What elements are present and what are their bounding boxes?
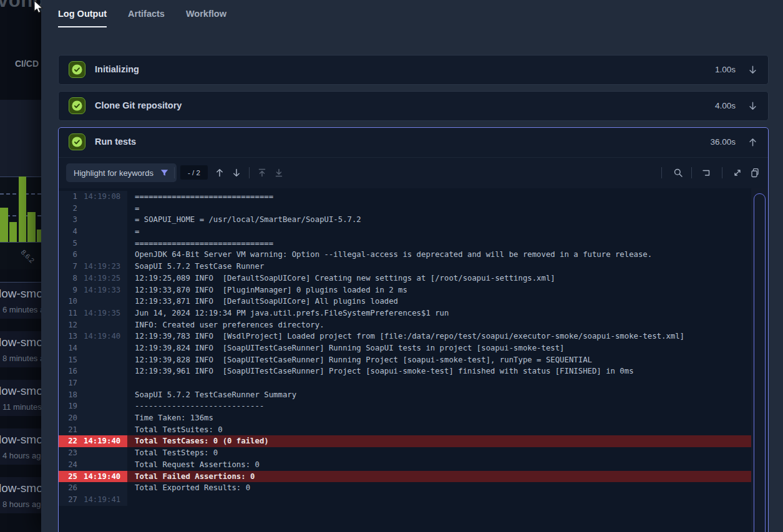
line-text: Total Failed Assertions: 0 [127,471,751,483]
log-line[interactable]: 25 14:19:40 Total Failed Assertions: 0 [59,471,751,483]
log-line[interactable]: 18 SoapUI 5.7.2 TestCaseRunner Summary [59,389,751,401]
execution-name: low-smok [0,481,41,495]
log-line[interactable]: 19 ---------------------------- [59,400,751,412]
line-text: = [127,226,751,238]
line-number: 12 [59,319,77,331]
log-line[interactable]: 17 [59,377,751,389]
line-timestamp [77,424,127,436]
background-page: vonq CI/CD 8.6.2 low-smok 6 minutes ago … [0,0,41,532]
line-timestamp [77,296,127,307]
search-icon[interactable] [673,168,683,178]
log-line[interactable]: 12 INFO: Created user preferences direct… [59,319,751,331]
log-viewer: 1 14:19:08 =============================… [59,188,768,532]
next-match-arrow-down-icon[interactable] [231,168,241,178]
toolbar-divider [661,167,662,178]
chart-bar [0,208,8,242]
log-line[interactable]: 15 12:19:39,828 INFO [SoapUITestCaseRunn… [59,354,751,366]
execution-time: 8 minutes ago [2,354,41,363]
log-line[interactable]: 3 = SOAPUI_HOME = /usr/local/SmartBear/S… [59,214,751,226]
stage-card-run-tests: Run tests 36.00s Highlight for keywords … [58,127,769,532]
line-timestamp: 14:19:08 [77,191,127,203]
toolbar-divider [174,167,175,178]
prev-match-arrow-up-icon[interactable] [215,168,225,178]
copy-icon[interactable] [750,168,760,178]
log-scrollbar-track[interactable] [751,188,768,532]
log-line[interactable]: 5 ============================== [59,238,751,249]
log-line[interactable]: 14 12:19:39,824 INFO [SoapUITestCaseRunn… [59,342,751,354]
nav-label-cicd[interactable]: CI/CD [0,59,39,69]
stage-header-run-tests[interactable]: Run tests 36.00s [59,128,768,158]
line-text: INFO: Created user preferences directory… [127,319,751,331]
execution-time: 8 hours ago [2,500,41,509]
log-line[interactable]: 24 Total Request Assertions: 0 [59,459,751,471]
line-number: 1 [59,191,77,203]
line-text: ============================== [127,238,751,249]
toolbar-divider [249,167,250,178]
stage-duration: 1.00s [715,65,736,74]
tab-artifacts[interactable]: Artifacts [128,9,165,27]
execution-list-item[interactable]: low-smok 8 hours ago [0,477,41,513]
expand-fullscreen-icon[interactable] [732,168,742,178]
stage-card-initializing[interactable]: Initializing 1.00s [58,55,769,85]
execution-list-item[interactable]: low-smok 8 minutes ago [0,331,41,367]
line-text: Total TestSteps: 0 [127,447,751,459]
log-line[interactable]: 23 Total TestSteps: 0 [59,447,751,459]
log-toolbar: Highlight for keywords - / 2 [59,158,768,188]
log-line[interactable]: 26 Total Exported Results: 0 [59,482,751,494]
execution-time: 6 minutes ago [2,305,41,314]
log-line[interactable]: 22 14:19:40 Total TestCases: 0 (0 failed… [59,435,751,447]
line-text: 12:19:39,783 INFO [WsdlProject] Loaded p… [127,331,751,342]
line-number: 13 [59,331,77,342]
log-line[interactable]: 7 14:19:23 SoapUI 5.7.2 TestCase Runner [59,261,751,273]
jump-to-top-icon[interactable] [257,168,267,178]
line-number: 2 [59,203,77,215]
line-text: ============================== [127,191,751,203]
log-line[interactable]: 11 14:19:35 Jun 14, 2024 12:19:34 PM jav… [59,307,751,319]
stage-card-clone-git[interactable]: Clone Git repository 4.00s [58,91,769,121]
line-timestamp: 14:19:33 [77,284,127,296]
log-line[interactable]: 8 14:19:25 12:19:25,089 INFO [DefaultSoa… [59,273,751,284]
log-line[interactable]: 4 = [59,226,751,238]
line-timestamp: 14:19:35 [77,307,127,319]
executions-bar-chart: 8.6.2 [0,100,41,269]
line-text: Total Request Assertions: 0 [127,459,751,471]
log-line[interactable]: 13 14:19:40 12:19:39,783 INFO [WsdlProje… [59,331,751,342]
jump-to-bottom-icon[interactable] [274,168,284,178]
chevron-down-icon[interactable] [747,100,758,112]
execution-list-item[interactable]: low-smok 6 minutes ago [0,283,41,319]
log-line[interactable]: 2 = [59,203,751,215]
log-line[interactable]: 9 14:19:33 12:19:33,870 INFO [PluginMana… [59,284,751,296]
tab-workflow[interactable]: Workflow [186,9,226,27]
line-number: 6 [59,249,77,261]
execution-name: low-smok [0,287,41,301]
chart-bar [9,222,17,242]
log-line[interactable]: 10 12:19:33,871 INFO [DefaultSoapUICore]… [59,296,751,307]
log-line[interactable]: 27 14:19:41 [59,494,751,506]
line-number: 26 [59,482,77,494]
line-timestamp: 14:19:40 [77,435,127,447]
log-line[interactable]: 20 Time Taken: 136ms [59,412,751,424]
log-line[interactable]: 21 Total TestSuites: 0 [59,424,751,436]
line-number: 23 [59,447,77,459]
execution-list-item[interactable]: low-smok 4 hours ago [0,428,41,465]
success-check-icon [69,61,85,78]
log-line[interactable]: 6 OpenJDK 64-Bit Server VM warning: Opti… [59,249,751,261]
line-timestamp [77,400,127,412]
stage-title: Run tests [95,137,136,147]
line-timestamp [77,238,127,249]
keyword-highlight-input[interactable]: Highlight for keywords [66,163,177,182]
tab-log-output[interactable]: Log Output [58,9,107,27]
line-number: 11 [59,307,77,319]
line-timestamp [77,203,127,215]
line-timestamp [77,459,127,471]
execution-time: 4 hours ago [2,451,41,460]
log-line[interactable]: 16 12:19:39,961 INFO [SoapUITestCaseRunn… [59,365,751,377]
log-scrollbar-thumb[interactable] [754,193,766,532]
log-line[interactable]: 1 14:19:08 =============================… [59,191,751,203]
chevron-up-icon[interactable] [747,137,758,148]
wrap-lines-icon[interactable] [701,168,711,178]
line-text: Total TestSuites: 0 [127,424,751,436]
execution-list-item[interactable]: low-smok 11 minutes ago [0,380,41,416]
chevron-down-icon[interactable] [747,64,758,75]
line-timestamp: 14:19:40 [77,331,127,342]
